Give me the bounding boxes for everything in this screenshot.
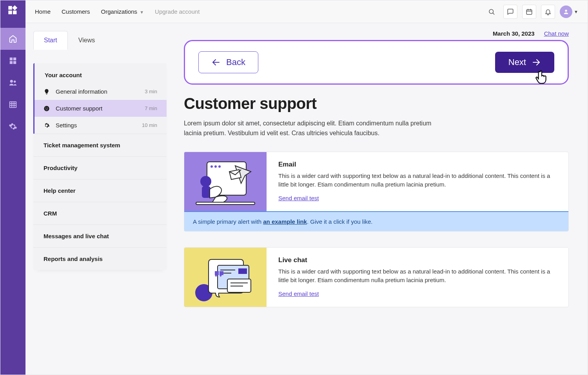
card-live-chat: Live chat This is a wider card with supp… — [184, 247, 569, 307]
svg-point-23 — [45, 107, 46, 108]
left-rail — [0, 0, 25, 375]
svg-rect-0 — [8, 6, 12, 9]
send-email-test-link[interactable]: Send email test — [278, 290, 319, 297]
next-label: Next — [508, 57, 526, 67]
nav-customers[interactable]: Customers — [62, 8, 90, 15]
svg-point-24 — [47, 107, 48, 108]
svg-rect-36 — [238, 268, 247, 274]
gear-icon — [43, 122, 50, 129]
chat-icon[interactable] — [503, 5, 517, 19]
alert-example-link[interactable]: an example link — [263, 218, 307, 225]
topbar: Home Customers Organizations ▼ Upgrade a… — [25, 0, 588, 23]
svg-point-21 — [565, 9, 567, 11]
svg-rect-6 — [10, 61, 13, 64]
sidebar-item-crm[interactable]: CRM — [33, 202, 167, 225]
calendar-icon[interactable] — [522, 5, 536, 19]
rail-settings[interactable] — [0, 116, 25, 138]
content-area: March 30, 2023 Chat now Back Next Custom… — [174, 23, 588, 375]
sidebar-item-messages[interactable]: Messages and live chat — [33, 225, 167, 247]
svg-line-16 — [493, 13, 494, 14]
rail-users[interactable] — [0, 72, 25, 94]
card-body: This is a wider card with supporting tex… — [278, 267, 557, 285]
svg-rect-17 — [526, 9, 532, 14]
next-button[interactable]: Next — [495, 52, 554, 73]
card-email: Email This is a wider card with supporti… — [184, 152, 569, 232]
rail-dashboard[interactable] — [0, 50, 25, 72]
cursor-hand-icon — [535, 70, 548, 85]
sidebar-item-meta: 3 min — [145, 89, 157, 94]
rail-home[interactable] — [0, 28, 25, 50]
support-icon — [43, 105, 50, 112]
search-icon[interactable] — [485, 5, 499, 19]
sidebar-section-title: Your account — [34, 63, 167, 83]
svg-point-31 — [200, 176, 211, 187]
email-illustration — [184, 152, 267, 211]
rail-org[interactable] — [0, 94, 25, 116]
svg-rect-4 — [10, 58, 13, 60]
sidebar-item-settings[interactable]: Settings 10 min — [34, 117, 167, 134]
arrow-right-icon — [532, 58, 541, 67]
nav-home[interactable]: Home — [35, 8, 51, 15]
sidebar-item-meta: 7 min — [145, 105, 157, 111]
secondary-sidebar: Start Views Your account General informa… — [25, 23, 174, 375]
header-date: March 30, 2023 — [493, 30, 535, 37]
chat-illustration — [184, 248, 267, 307]
card-title: Live chat — [278, 256, 557, 264]
page-title: Customer support — [184, 95, 569, 112]
chevron-down-icon: ▼ — [138, 10, 144, 14]
nav-panel: Back Next — [184, 40, 569, 85]
svg-rect-2 — [8, 11, 12, 14]
sidebar-item-label: Customer support — [56, 105, 139, 112]
avatar-icon — [560, 5, 572, 18]
sidebar-item-ticket-management[interactable]: Ticket management system — [33, 134, 167, 156]
sidebar-item-meta: 10 min — [142, 122, 157, 128]
back-button[interactable]: Back — [198, 51, 258, 73]
back-label: Back — [226, 57, 245, 67]
chevron-down-icon: ▼ — [574, 9, 578, 14]
sidebar-item-reports[interactable]: Reports and analysis — [33, 247, 167, 270]
svg-rect-3 — [13, 11, 16, 14]
svg-point-29 — [214, 165, 217, 168]
chat-now-link[interactable]: Chat now — [544, 30, 569, 37]
svg-point-30 — [218, 165, 221, 168]
tab-start[interactable]: Start — [33, 31, 68, 50]
card-body: This is a wider card with supporting tex… — [278, 172, 557, 189]
sidebar-item-label: Settings — [56, 122, 136, 129]
sidebar-item-label: General information — [56, 88, 139, 95]
nav-organizations[interactable]: Organizations ▼ — [101, 8, 144, 15]
sidebar-item-general-information[interactable]: General information 3 min — [34, 83, 167, 100]
sidebar-item-customer-support[interactable]: Customer support 7 min — [34, 100, 167, 117]
svg-rect-33 — [196, 202, 255, 205]
sidebar-item-help-center[interactable]: Help center — [33, 179, 167, 202]
svg-rect-5 — [13, 58, 16, 60]
arrow-left-icon — [211, 58, 221, 67]
alert-banner: A simple primary alert with an example l… — [184, 211, 568, 231]
svg-point-28 — [211, 165, 213, 168]
logo-icon — [7, 5, 18, 16]
tab-views[interactable]: Views — [68, 31, 105, 50]
card-title: Email — [278, 161, 557, 168]
page-description: Lorem ipsum dolor sit amet, consectetur … — [184, 119, 450, 138]
send-email-test-link[interactable]: Send email test — [278, 195, 319, 201]
bulb-icon — [43, 89, 50, 95]
svg-point-8 — [10, 80, 13, 83]
svg-rect-7 — [13, 61, 16, 64]
svg-point-9 — [14, 81, 16, 83]
svg-rect-32 — [202, 186, 211, 198]
nav-upgrade[interactable]: Upgrade account — [155, 8, 200, 15]
svg-rect-10 — [10, 102, 16, 108]
sidebar-item-productivity[interactable]: Productivity — [33, 156, 167, 179]
svg-point-22 — [44, 106, 49, 111]
user-menu[interactable]: ▼ — [560, 5, 578, 18]
svg-rect-1 — [12, 5, 17, 10]
bell-icon[interactable] — [541, 5, 555, 19]
